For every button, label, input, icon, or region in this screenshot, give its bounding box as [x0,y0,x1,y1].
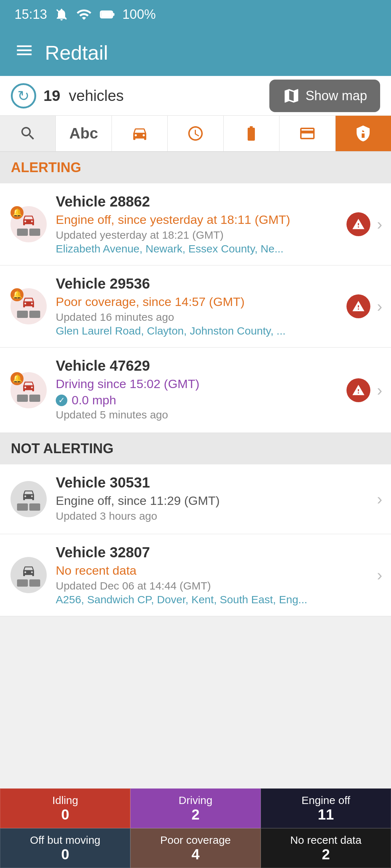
alert-badge-28862 [346,212,370,236]
stat-engine-off-count: 11 [318,807,334,823]
stat-poor-coverage-count: 4 [192,846,199,863]
vehicle-icon-wrap-29536: 🔔 [9,286,49,326]
alert-badge-29536 [346,294,370,318]
vehicle-avatar-28862: 🔔 [10,206,47,242]
vehicle-avatar-29536: 🔔 [10,288,47,324]
vehicle-name-32807: Vehicle 32807 [56,544,367,561]
alert-badge-47629 [346,378,370,402]
stat-off-but-moving-label: Off but moving [30,834,101,846]
stat-no-recent-label: No recent data [290,834,362,846]
notification-icon [54,7,69,22]
stat-poor-coverage-label: Poor coverage [160,834,231,846]
vehicle-update-30531: Updated 3 hours ago [56,510,367,522]
vehicle-item-28862[interactable]: 🔔 Vehicle 28862 Engine off, since yester… [0,183,391,265]
vehicle-name-30531: Vehicle 30531 [56,475,367,491]
vehicle-info-30531: Vehicle 30531 Engine off, since 11:29 (G… [56,475,367,524]
vehicle-status-32807: No recent data [56,563,367,578]
vehicle-avatar-30531 [10,481,47,517]
vehicle-icon-wrap-32807 [9,555,49,595]
vehicle-icon-wrap-30531 [9,479,49,519]
alert-bell-47629: 🔔 [10,372,24,385]
vehicle-avatar-32807 [10,557,47,593]
stat-idling-label: Idling [52,794,78,807]
alert-bell-28862: 🔔 [10,206,24,219]
chevron-right-32807: › [377,566,382,584]
vehicle-info-47629: Vehicle 47629 Driving since 15:02 (GMT) … [56,358,339,422]
alert-chevron-47629: › [346,378,382,402]
bottom-stats: Idling 0 Driving 2 Engine off 11 Off but… [0,788,391,868]
stat-driving-count: 2 [192,807,199,823]
vehicle-item-29536[interactable]: 🔔 Vehicle 29536 Poor coverage, since 14:… [0,265,391,348]
stat-no-recent-count: 2 [322,846,330,863]
chevron-right-28862: › [377,215,382,233]
vehicle-item-47629[interactable]: 🔔 Vehicle 47629 Driving since 15:02 (GMT… [0,348,391,433]
small-icons-29536 [17,311,40,318]
vehicle-status-30531: Engine off, since 11:29 (GMT) [56,494,367,508]
time-display: 15:13 [14,7,47,22]
tab-clock[interactable] [168,116,223,151]
svg-rect-3 [101,12,112,17]
status-bar: 15:13 100% [0,0,391,29]
stat-poor-coverage[interactable]: Poor coverage 4 [130,828,261,868]
vehicle-status-28862: Engine off, since yesterday at 18:11 (GM… [56,213,339,227]
tab-car[interactable] [112,116,168,151]
status-bar-left: 15:13 100% [14,7,156,22]
alert-chevron-29536: › [346,294,382,318]
refresh-button[interactable]: ↻ [11,83,36,109]
stat-engine-off[interactable]: Engine off 11 [261,788,391,828]
tab-alpha[interactable]: Abc [56,116,112,151]
battery-percent: 100% [122,7,156,22]
search-icon [19,125,37,142]
alpha-label: Abc [69,125,98,142]
hamburger-button[interactable] [14,41,34,64]
clock-icon [187,125,204,142]
refresh-icon: ↻ [17,88,30,104]
vehicle-avatar-47629: 🔔 [10,372,47,408]
tab-card[interactable] [279,116,335,151]
alert-bell-29536: 🔔 [10,288,24,301]
stat-idling[interactable]: Idling 0 [0,788,130,828]
tab-battery[interactable] [224,116,279,151]
stat-driving[interactable]: Driving 2 [130,788,261,828]
stat-no-recent-data[interactable]: No recent data 2 [261,828,391,868]
app-title: Redtail [45,41,377,64]
not-alerting-section-header: NOT ALERTING [0,433,391,464]
small-icons-28862 [17,229,40,236]
vehicle-status-29536: Poor coverage, since 14:57 (GMT) [56,295,339,309]
vehicle-count-bar: ↻ 19 vehicles Show map [0,76,391,116]
vehicle-update-47629: Updated 5 minutes ago [56,409,339,421]
small-icons-30531 [17,503,40,511]
stat-off-but-moving[interactable]: Off but moving 0 [0,828,130,868]
vehicle-name-28862: Vehicle 28862 [56,193,339,210]
vehicle-address-28862: Elizabeth Avenue, Newark, Essex County, … [56,243,339,255]
vehicle-info-29536: Vehicle 29536 Poor coverage, since 14:57… [56,276,339,337]
battery-icon [99,7,115,22]
show-map-button[interactable]: Show map [269,80,380,112]
stat-off-but-moving-count: 0 [61,846,69,863]
chevron-right-29536: › [377,297,382,315]
vehicle-update-32807: Updated Dec 06 at 14:44 (GMT) [56,580,367,592]
vehicle-name-47629: Vehicle 47629 [56,358,339,374]
tab-search[interactable] [0,116,56,151]
chevron-right-30531: › [377,490,382,508]
vehicle-count-number: 19 [43,87,60,104]
warning-icon-29536 [352,300,365,313]
speed-row-47629: ✓ 0.0 mph [56,393,339,407]
battery-tab-icon [243,125,260,142]
card-icon [299,125,316,142]
stat-engine-off-label: Engine off [302,794,350,807]
speed-check-47629: ✓ [56,395,67,406]
tab-alert[interactable] [336,116,391,151]
vehicle-item-32807[interactable]: Vehicle 32807 No recent data Updated Dec… [0,534,391,616]
vehicle-info-28862: Vehicle 28862 Engine off, since yesterda… [56,193,339,255]
vehicle-status-47629: Driving since 15:02 (GMT) [56,377,339,391]
small-icons-47629 [17,395,40,402]
vehicle-info-32807: Vehicle 32807 No recent data Updated Dec… [56,544,367,606]
vehicle-item-30531[interactable]: Vehicle 30531 Engine off, since 11:29 (G… [0,464,391,534]
stat-driving-label: Driving [178,794,212,807]
vehicle-name-29536: Vehicle 29536 [56,276,339,292]
alerting-section-header: ALERTING [0,152,391,183]
car-icon [131,125,148,142]
vehicle-update-29536: Updated 16 minutes ago [56,311,339,323]
warning-icon-47629 [352,384,365,397]
